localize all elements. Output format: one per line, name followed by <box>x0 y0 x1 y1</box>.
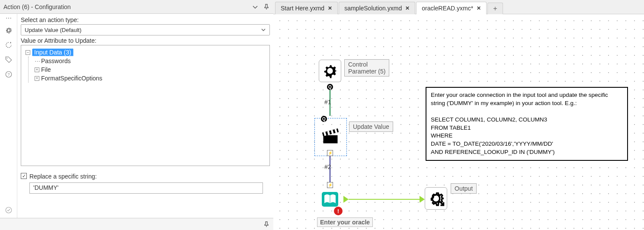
tool-update-value[interactable] <box>319 125 342 147</box>
replace-string-value: 'DUMMY' <box>33 184 58 191</box>
panel-header-controls <box>252 3 270 10</box>
close-icon[interactable]: ✕ <box>405 5 410 11</box>
document-tabs: Start Here.yxmd ✕ sampleSolution.yxmd ✕ … <box>273 0 644 14</box>
side-toolbar: ⋯ ? <box>0 14 17 218</box>
tool-control-parameter[interactable] <box>319 60 341 82</box>
action-type-value: Update Value (Default) <box>25 27 81 33</box>
tree-node-file[interactable]: + File <box>33 65 267 74</box>
drag-handle-icon[interactable]: ⋯ <box>6 16 12 20</box>
clapper-icon <box>321 127 340 146</box>
comment-box[interactable]: Enter your oracle connection in the inpu… <box>426 87 628 161</box>
attr-label: Value or Attribute to Update: <box>21 37 270 44</box>
tree-node-label: FormatSpecificOptions <box>41 75 103 82</box>
refresh-icon[interactable] <box>4 41 13 49</box>
tab-start-here[interactable]: Start Here.yxmd ✕ <box>275 2 338 14</box>
checkbox-checked-icon[interactable]: ✓ <box>21 173 27 179</box>
tree-node-label: Passwords <box>41 58 70 64</box>
minus-icon[interactable]: − <box>26 50 30 55</box>
port-lightning-icon[interactable]: ⚡ <box>327 150 333 156</box>
tree-node-label: File <box>41 66 51 73</box>
panel-footer <box>0 218 273 230</box>
gear-icon[interactable] <box>4 26 13 35</box>
pin-icon[interactable] <box>263 3 270 10</box>
tab-label: Start Here.yxmd <box>281 5 324 12</box>
tab-sample-solution[interactable]: sampleSolution.yxmd ✕ <box>339 2 415 14</box>
tree-root[interactable]: − Input Data (3) <box>24 48 267 57</box>
panel-body: ⋯ ? Select an action type: Update Value … <box>0 14 273 218</box>
tree-node-fso[interactable]: + FormatSpecificOptions <box>33 74 267 83</box>
connector-3 <box>349 199 420 200</box>
config-panel: Action (6) - Configuration ⋯ ? <box>0 0 273 230</box>
gear-arrow-icon <box>427 189 445 208</box>
action-type-select[interactable]: Update Value (Default) <box>21 24 270 35</box>
close-icon[interactable]: ✕ <box>328 5 332 11</box>
svg-text:?: ? <box>7 72 10 77</box>
input-data-label: Enter your oracle <box>317 217 373 227</box>
plus-icon[interactable]: + <box>35 67 39 72</box>
config-form: Select an action type: Update Value (Def… <box>17 14 273 218</box>
output-label: Output <box>451 183 477 194</box>
tree-root-label: Input Data (3) <box>32 48 74 56</box>
svg-point-0 <box>6 58 7 58</box>
connector-2-label: #2 <box>324 163 331 170</box>
replace-label: Replace a specific string: <box>29 173 97 180</box>
check-circle-icon[interactable] <box>4 206 13 214</box>
gear-large-icon <box>321 62 339 80</box>
svg-point-4 <box>328 69 332 73</box>
tool-macro-output[interactable] <box>425 187 447 210</box>
plus-icon[interactable]: + <box>35 76 39 81</box>
tab-add[interactable]: + <box>487 3 503 14</box>
tab-label: oracleREAD.yxmc* <box>422 5 473 12</box>
tree-children: ⋯ Passwords + File + FormatSpecificOptio… <box>28 57 267 83</box>
workflow-area: Start Here.yxmd ✕ sampleSolution.yxmd ✕ … <box>273 0 644 230</box>
port-q-icon[interactable]: Q <box>327 84 333 90</box>
svg-rect-5 <box>324 135 338 144</box>
plus-icon: + <box>493 5 497 13</box>
input-anchor-icon[interactable] <box>420 196 425 203</box>
close-icon[interactable]: ✕ <box>477 5 481 11</box>
tab-label: sampleSolution.yxmd <box>344 5 402 12</box>
tag-icon[interactable] <box>4 55 13 64</box>
action-type-label: Select an action type: <box>21 16 270 23</box>
leaf-icon: ⋯ <box>35 58 39 64</box>
update-value-label: Update Value <box>349 121 393 132</box>
output-anchor-icon[interactable] <box>343 196 349 203</box>
panel-title: Action (6) - Configuration <box>3 3 71 10</box>
control-param-label: Control Parameter (5) <box>344 59 389 77</box>
help-icon[interactable]: ? <box>4 70 13 79</box>
chevron-down-icon <box>261 27 266 32</box>
port-lightning-icon[interactable]: ⚡ <box>327 182 333 188</box>
connector-1-label: #1 <box>324 99 331 105</box>
attribute-tree[interactable]: − Input Data (3) ⋯ Passwords + File + Fo… <box>21 45 270 166</box>
pin-icon[interactable] <box>263 221 270 228</box>
replace-string-input[interactable]: 'DUMMY' <box>29 182 263 194</box>
workflow-canvas[interactable]: Q Control Parameter (5) #1 Q ⚡ Update Va… <box>273 14 644 230</box>
collapse-icon[interactable] <box>252 3 259 10</box>
port-q-icon[interactable]: Q <box>321 116 327 122</box>
error-badge-icon[interactable]: ! <box>334 207 343 215</box>
replace-checkbox-row[interactable]: ✓ Replace a specific string: <box>21 172 270 180</box>
panel-header: Action (6) - Configuration <box>0 0 273 14</box>
tree-node-passwords[interactable]: ⋯ Passwords <box>33 57 267 65</box>
tab-oracle-read[interactable]: oracleREAD.yxmc* ✕ <box>416 2 487 14</box>
